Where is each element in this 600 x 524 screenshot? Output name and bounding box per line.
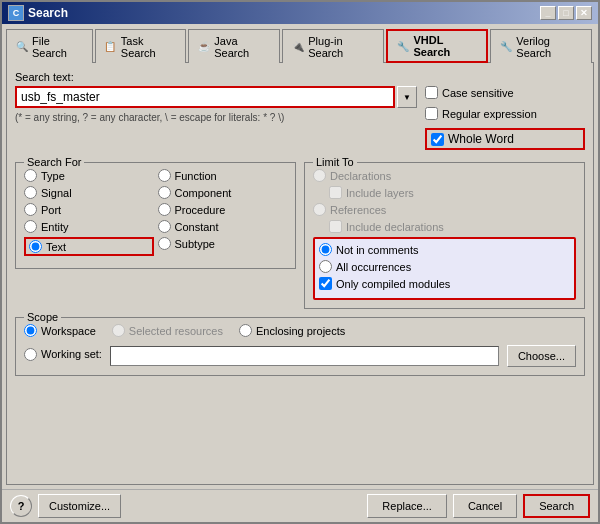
search-dropdown-button[interactable]: ▼ [397,86,417,108]
choose-button[interactable]: Choose... [507,345,576,367]
case-sensitive-label: Case sensitive [442,87,514,99]
tab-verilog-label: Verilog Search [516,35,583,59]
radio-procedure[interactable] [158,203,171,216]
radio-references[interactable] [313,203,326,216]
minimize-button[interactable]: _ [540,6,556,20]
label-text: Text [46,241,66,253]
label-selected-resources: Selected resources [129,325,223,337]
scope-label: Scope [24,311,61,323]
vhdl-search-icon: 🔧 [396,39,409,53]
tab-verilog-search[interactable]: 🔧 Verilog Search [490,29,592,63]
window-controls: _ □ ✕ [540,6,592,20]
radio-enclosing-projects[interactable] [239,324,252,337]
help-button[interactable]: ? [10,495,32,517]
scope-workspace-row: Workspace [24,324,96,337]
limit-to-label: Limit To [313,156,357,168]
working-set-input[interactable] [110,346,499,366]
label-signal: Signal [41,187,72,199]
tab-java-search[interactable]: ☕ Java Search [188,29,280,63]
radio-workspace[interactable] [24,324,37,337]
radio-selected-resources[interactable] [112,324,125,337]
window-title: Search [28,6,68,20]
label-declarations: Declarations [330,170,391,182]
limit-to-group: Limit To Declarations Include layers Ref… [304,162,585,309]
scope-enclosing-row: Enclosing projects [239,324,345,337]
tab-java-label: Java Search [214,35,271,59]
radio-constant[interactable] [158,220,171,233]
label-component: Component [175,187,232,199]
label-enclosing-projects: Enclosing projects [256,325,345,337]
search-dialog: C Search _ □ ✕ 🔍 File Search 📋 Task Sear… [0,0,600,524]
scope-selected-row: Selected resources [112,324,223,337]
label-only-compiled: Only compiled modules [336,278,450,290]
label-entity: Entity [41,221,69,233]
label-type: Type [41,170,65,182]
label-references: References [330,204,386,216]
label-procedure: Procedure [175,204,226,216]
tab-file-search[interactable]: 🔍 File Search [6,29,93,63]
main-content: Search text: ▼ (* = any string, ? = any … [6,62,594,485]
radio-entity[interactable] [24,220,37,233]
java-search-icon: ☕ [197,40,210,54]
radio-subtype[interactable] [158,237,171,250]
search-input[interactable] [15,86,395,108]
tab-plugin-label: Plug-in Search [308,35,375,59]
tab-task-label: Task Search [121,35,177,59]
search-button[interactable]: Search [523,494,590,518]
radio-declarations[interactable] [313,169,326,182]
radio-working-set[interactable] [24,348,37,361]
case-sensitive-row: Case sensitive [425,86,585,99]
search-text-label: Search text: [15,71,585,83]
verilog-search-icon: 🔧 [499,40,512,54]
radio-type[interactable] [24,169,37,182]
radio-port[interactable] [24,203,37,216]
radio-text[interactable] [29,240,42,253]
regular-expression-checkbox[interactable] [425,107,438,120]
close-button[interactable]: ✕ [576,6,592,20]
scope-working-set-row: Working set: [24,348,102,361]
label-workspace: Workspace [41,325,96,337]
title-bar: C Search _ □ ✕ [2,2,598,24]
radio-all-occurrences[interactable] [319,260,332,273]
label-working-set: Working set: [41,348,102,360]
label-include-declarations: Include declarations [346,221,444,233]
radio-function[interactable] [158,169,171,182]
label-subtype: Subtype [175,238,215,250]
replace-button[interactable]: Replace... [367,494,447,518]
label-port: Port [41,204,61,216]
label-function: Function [175,170,217,182]
regular-expression-label: Regular expression [442,108,537,120]
radio-not-in-comments[interactable] [319,243,332,256]
whole-word-label: Whole Word [448,132,514,146]
cancel-button[interactable]: Cancel [453,494,517,518]
plugin-search-icon: 🔌 [291,40,304,54]
checkbox-include-layers[interactable] [329,186,342,199]
file-search-icon: 🔍 [15,40,28,54]
maximize-button[interactable]: □ [558,6,574,20]
label-all-occurrences: All occurrences [336,261,411,273]
radio-signal[interactable] [24,186,37,199]
task-search-icon: 📋 [104,40,117,54]
whole-word-row: Whole Word [425,128,585,150]
checkbox-include-declarations[interactable] [329,220,342,233]
customize-button[interactable]: Customize... [38,494,121,518]
tab-file-label: File Search [32,35,84,59]
search-for-label: Search For [24,156,84,168]
label-not-in-comments: Not in comments [336,244,419,256]
checkbox-only-compiled[interactable] [319,277,332,290]
bottom-bar: ? Customize... Replace... Cancel Search [2,489,598,522]
tab-task-search[interactable]: 📋 Task Search [95,29,186,63]
regular-expression-row: Regular expression [425,107,585,120]
label-include-layers: Include layers [346,187,414,199]
radio-component[interactable] [158,186,171,199]
tab-vhdl-label: VHDL Search [414,34,479,58]
search-for-group: Search For Type Signal [15,162,296,269]
tabs-row: 🔍 File Search 📋 Task Search ☕ Java Searc… [2,24,598,62]
search-hint: (* = any string, ? = any character, \ = … [15,112,417,123]
whole-word-checkbox[interactable] [431,133,444,146]
window-icon: C [8,5,24,21]
scope-group: Scope Workspace Selected resources Enclo… [15,317,585,376]
tab-vhdl-search[interactable]: 🔧 VHDL Search [386,29,488,63]
tab-plugin-search[interactable]: 🔌 Plug-in Search [282,29,384,63]
case-sensitive-checkbox[interactable] [425,86,438,99]
